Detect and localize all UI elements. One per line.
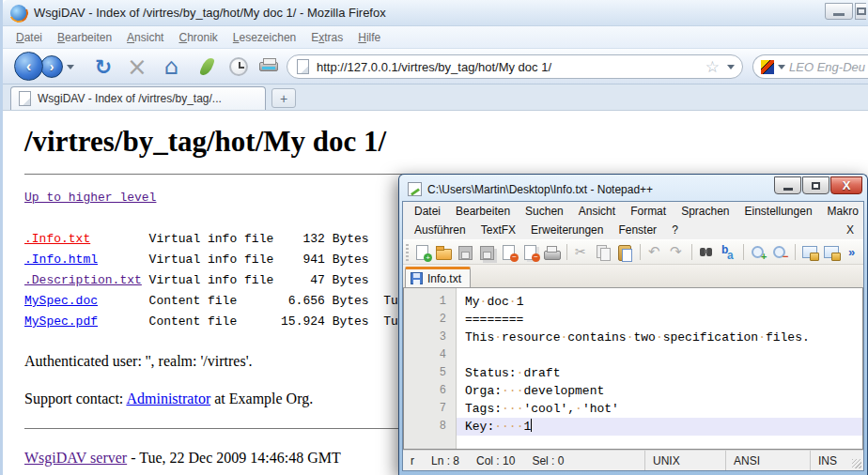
- paste-icon[interactable]: [615, 243, 635, 262]
- editor-line[interactable]: Orga:···development: [457, 382, 862, 400]
- print-icon[interactable]: [542, 243, 562, 262]
- editor-line[interactable]: [457, 346, 862, 364]
- search-engine-dropdown-icon[interactable]: [778, 65, 785, 69]
- menu-item-hilfe[interactable]: Hilfe: [350, 28, 388, 47]
- editor-text-area[interactable]: My·doc·1========This·resource·contains·t…: [457, 288, 862, 449]
- administrator-link[interactable]: Administrator: [126, 391, 210, 406]
- notepad-menu-textfx[interactable]: TextFX: [473, 222, 523, 238]
- close-file-icon[interactable]: [499, 243, 519, 262]
- cursor-position-pane: r Ln : 8 Col : 10 Sel : 0: [403, 451, 645, 470]
- menu-item-bearbeiten[interactable]: Bearbeiten: [50, 28, 119, 47]
- maximize-button[interactable]: [855, 3, 866, 20]
- menu-item-extras[interactable]: Extras: [303, 28, 350, 47]
- toolbar-separator: [795, 244, 796, 260]
- sync-h-icon[interactable]: [822, 243, 842, 262]
- document-tab-info-txt[interactable]: Info.txt: [405, 267, 471, 287]
- forward-button[interactable]: ›: [40, 55, 63, 78]
- home-button[interactable]: ⌂: [157, 53, 185, 81]
- notepad-menu-format[interactable]: Format: [623, 203, 674, 220]
- editor-line[interactable]: ========: [457, 311, 862, 329]
- menu-item-lesezeichen[interactable]: Lesezeichen: [225, 28, 303, 47]
- close-all-icon[interactable]: [520, 243, 540, 262]
- search-placeholder[interactable]: LEO Eng-Deu: [789, 60, 865, 74]
- find-icon[interactable]: [697, 243, 717, 262]
- leo-search-engine-icon[interactable]: [761, 60, 774, 74]
- editor-line-text: Orga:···development: [457, 384, 604, 398]
- print-button[interactable]: [255, 53, 283, 81]
- sync-v-icon[interactable]: [800, 243, 820, 262]
- minimize-button[interactable]: [825, 3, 853, 20]
- eol-format-pane[interactable]: UNIX: [645, 451, 726, 470]
- new-tab-button[interactable]: +: [271, 88, 296, 108]
- notepad-menu-erweiterungen[interactable]: Erweiterungen: [523, 222, 611, 238]
- file-link-myspecpdf[interactable]: MySpec.pdf: [24, 312, 149, 332]
- stop-button[interactable]: ×: [123, 53, 151, 81]
- tab-wsgidav[interactable]: WsgiDAV - Index of /virtres/by_tag/...: [10, 86, 266, 110]
- encoding-pane[interactable]: ANSI: [726, 451, 811, 470]
- toolbar-overflow-icon[interactable]: »: [848, 245, 855, 259]
- notepad-menu-ausführen[interactable]: Ausführen: [407, 222, 473, 238]
- toolbar-separator: [743, 244, 744, 260]
- notepad-window: C:\Users\Martin\Desktop\Info.txt - Notep…: [398, 174, 868, 475]
- editor-line-text: Tags:···'cool',·'hot': [457, 402, 619, 416]
- editor-line[interactable]: Key:····1: [457, 418, 862, 436]
- file-link-infohtml[interactable]: .Info.html: [24, 250, 149, 270]
- notepad-minimize-button[interactable]: [774, 176, 801, 194]
- editor-line[interactable]: My·doc·1: [457, 293, 862, 311]
- file-link-infotxt[interactable]: .Info.txt: [24, 229, 149, 250]
- save-icon[interactable]: [456, 243, 475, 262]
- insert-mode-pane[interactable]: INS: [811, 451, 854, 470]
- undo-icon[interactable]: [645, 243, 665, 262]
- menu-item-datei[interactable]: Datei: [8, 28, 50, 47]
- url-dropdown-icon[interactable]: [727, 65, 735, 69]
- reload-button[interactable]: ↻: [89, 53, 117, 81]
- support-suffix: at Example Org.: [210, 391, 313, 406]
- history-clock-icon[interactable]: [225, 53, 253, 81]
- toolbar-grip[interactable]: [406, 244, 409, 261]
- save-all-icon[interactable]: [477, 243, 497, 262]
- editor-line[interactable]: Tags:···'cool',·'hot': [457, 400, 862, 418]
- tab-title: WsgiDAV - Index of /virtres/by_tag/...: [38, 92, 222, 105]
- zoom-in-icon[interactable]: [749, 243, 768, 262]
- notepad-menu-bearbeiten[interactable]: Bearbeiten: [448, 203, 518, 220]
- firefox-titlebar[interactable]: WsgiDAV - Index of /virtres/by_tag/hot/M…: [3, 0, 868, 26]
- notepad-menu-ansicht[interactable]: Ansicht: [571, 203, 623, 220]
- notepad-menu-datei[interactable]: Datei: [407, 203, 448, 220]
- open-file-icon[interactable]: [434, 243, 454, 262]
- notepad-menu-suchen[interactable]: Suchen: [518, 203, 571, 220]
- back-button[interactable]: ‹: [14, 52, 43, 81]
- file-link-descriptiontxt[interactable]: .Description.txt: [24, 270, 149, 291]
- search-box[interactable]: LEO Eng-Deu: [752, 54, 868, 79]
- menu-item-ansicht[interactable]: Ansicht: [119, 28, 171, 47]
- document-close-button[interactable]: X: [846, 223, 854, 237]
- file-size: 6.656 Bytes: [281, 291, 369, 312]
- new-file-icon[interactable]: [412, 243, 432, 262]
- sage-addon-icon[interactable]: [193, 53, 221, 81]
- notepad-menu-sprachen[interactable]: Sprachen: [674, 203, 736, 220]
- url-bar[interactable]: http://127.0.0.1/virtres/by_tag/hot/My d…: [287, 54, 743, 79]
- notepad-menu-makro[interactable]: Makro: [820, 203, 866, 220]
- notepad-close-button[interactable]: X: [830, 176, 862, 194]
- notepad-menu-fenster[interactable]: Fenster: [611, 222, 664, 238]
- bookmark-star-icon[interactable]: ☆: [705, 57, 720, 76]
- file-link-myspecdoc[interactable]: MySpec.doc: [24, 291, 149, 312]
- text-editor[interactable]: 12345678 My·doc·1========This·resource·c…: [403, 288, 863, 450]
- replace-icon[interactable]: [719, 243, 738, 262]
- up-to-higher-level-link[interactable]: Up to higher level: [24, 191, 156, 205]
- line-number-gutter: 12345678: [404, 288, 457, 449]
- resize-grip[interactable]: [852, 459, 861, 468]
- cut-icon[interactable]: [572, 243, 592, 262]
- notepad-menu-einstellungen[interactable]: Einstellungen: [737, 203, 820, 220]
- notepad-restore-button[interactable]: [802, 176, 829, 194]
- menu-item-chronik[interactable]: Chronik: [171, 28, 225, 47]
- copy-icon[interactable]: [594, 243, 613, 262]
- zoom-out-icon[interactable]: [770, 243, 790, 262]
- notepad-titlebar[interactable]: C:\Users\Martin\Desktop\Info.txt - Notep…: [402, 177, 864, 201]
- editor-line[interactable]: Status:·draft: [457, 364, 862, 382]
- history-dropdown-icon[interactable]: [67, 65, 74, 69]
- editor-line[interactable]: This·resource·contains·two·specification…: [457, 329, 862, 346]
- url-text[interactable]: http://127.0.0.1/virtres/by_tag/hot/My d…: [317, 60, 705, 74]
- wsgidav-server-link[interactable]: WsgiDAV server: [24, 450, 127, 466]
- redo-icon[interactable]: [667, 243, 687, 262]
- notepad-menu-help[interactable]: ?: [664, 222, 686, 238]
